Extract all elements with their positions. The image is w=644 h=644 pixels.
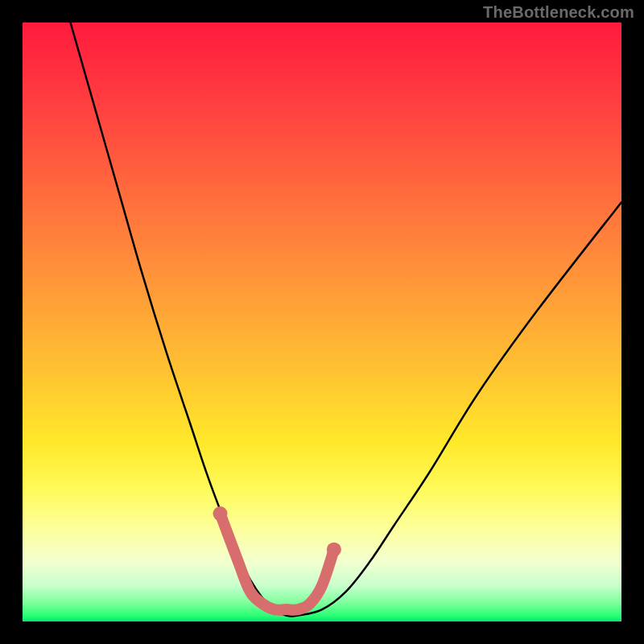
chart-plot-area	[23, 23, 621, 621]
optimal-overlay-curve	[221, 514, 334, 610]
overlay-endpoint-dot	[213, 506, 228, 521]
chart-svg	[23, 23, 621, 621]
bottleneck-curve	[71, 23, 621, 617]
overlay-endpoint-dot	[327, 543, 341, 557]
watermark-text: TheBottleneck.com	[483, 3, 634, 22]
outer-frame: TheBottleneck.com	[0, 0, 644, 644]
